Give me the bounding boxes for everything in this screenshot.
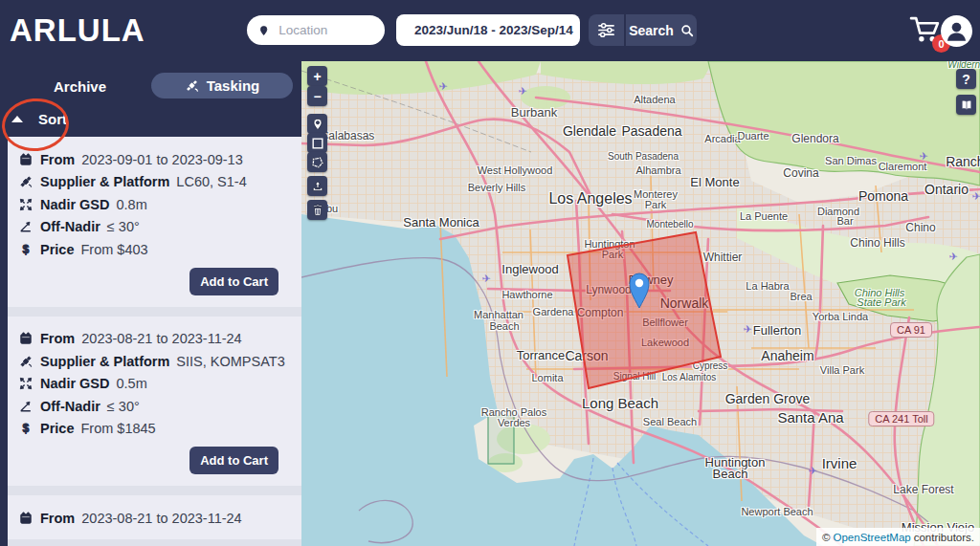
result-field-calendar: From2023-08-21 to 2023-11-24 [8, 507, 301, 530]
field-value: From $403 [80, 242, 147, 257]
field-label: Supplier & Platform [40, 174, 169, 189]
angle-icon [18, 399, 33, 414]
arlula-logo: ARLULA [10, 12, 145, 49]
angle-icon [18, 219, 33, 234]
field-label: Nadir GSD [40, 376, 110, 391]
result-fields: From2023-08-21 to 2023-11-24 [8, 507, 301, 530]
zoom-in-button[interactable]: + [307, 66, 327, 86]
result-field-angle: Off-Nadir≤ 30° [8, 395, 301, 418]
sliders-icon [597, 22, 615, 38]
draw-polygon-button[interactable] [307, 152, 327, 172]
satellite-icon [185, 78, 199, 93]
result-field-satellite: Supplier & PlatformLC60, S1-4 [8, 171, 301, 194]
filters-button[interactable] [589, 14, 624, 46]
result-field-dollar: PriceFrom $403 [8, 238, 301, 261]
result-fields: From2023-08-21 to 2023-11-24Supplier & P… [8, 328, 301, 441]
field-value: ≤ 30° [107, 219, 140, 234]
map-attribution: © OpenStreetMap contributors. [816, 528, 980, 546]
person-icon [944, 18, 969, 44]
attribution-text: contributors. [914, 532, 974, 543]
result-field-satellite: Supplier & PlatformSIIS, KOMPSAT3 [8, 350, 301, 373]
field-value: ≤ 30° [107, 399, 140, 414]
legend-button[interactable] [956, 95, 976, 115]
field-label: Supplier & Platform [40, 354, 169, 369]
add-to-cart-button[interactable]: Add to Cart [189, 268, 278, 295]
location-search-field[interactable] [247, 15, 385, 45]
result-card: From2023-08-21 to 2023-11-24 [8, 495, 301, 539]
field-value: 0.5m [117, 376, 147, 391]
location-input[interactable] [277, 22, 373, 38]
add-to-cart-button[interactable]: Add to Cart [189, 447, 278, 474]
draw-rectangle-button[interactable] [307, 133, 327, 153]
location-pin-icon [258, 24, 269, 37]
field-value: 0.8m [117, 197, 147, 212]
map-canvas[interactable]: CalabasasMalibuBurbankGlendalePasadenaAl… [301, 61, 980, 546]
result-field-calendar: From2023-08-21 to 2023-11-24 [8, 328, 301, 351]
field-label: From [40, 331, 75, 346]
result-field-angle: Off-Nadir≤ 30° [8, 216, 301, 239]
book-icon [960, 98, 973, 112]
calendar-icon [18, 152, 33, 167]
marker-icon [311, 118, 324, 131]
search-icon [680, 24, 694, 37]
result-field-calendar: From2023-09-01 to 2023-09-13 [8, 148, 301, 171]
tab-tasking-label: Tasking [207, 77, 260, 94]
sidebar-header: Archive Tasking Sort [0, 61, 301, 137]
gsd-icon [18, 197, 33, 212]
result-field-dollar: PriceFrom $1845 [8, 418, 301, 441]
help-button[interactable]: ? [956, 69, 976, 89]
card-actions: Add to Cart [8, 440, 301, 476]
field-label: Off-Nadir [40, 399, 100, 414]
field-value: SIIS, KOMPSAT3 [176, 354, 284, 369]
result-card: From2023-08-21 to 2023-11-24Supplier & P… [8, 317, 301, 487]
map-base-tiles [301, 61, 980, 546]
tab-archive[interactable]: Archive [34, 78, 125, 95]
dollar-icon [18, 421, 33, 436]
field-value: 2023-09-01 to 2023-09-13 [81, 152, 243, 167]
field-label: From [40, 152, 75, 167]
sort-label: Sort [38, 111, 67, 127]
card-actions: Add to Cart [8, 261, 301, 297]
result-field-gsd: Nadir GSD0.8m [8, 193, 301, 216]
top-navbar: ARLULA 2023/Jun/18 - 2023/Sep/14 Search … [0, 0, 980, 61]
rectangle-icon [311, 137, 324, 150]
field-value: LC60, S1-4 [176, 174, 246, 189]
satellite-icon [18, 354, 33, 369]
field-value: 2023-08-21 to 2023-11-24 [81, 511, 241, 526]
search-button[interactable]: Search [626, 14, 697, 46]
field-label: Price [40, 242, 74, 257]
draw-marker-button[interactable] [307, 114, 327, 134]
dollar-icon [18, 242, 33, 257]
trash-icon [311, 204, 324, 217]
gsd-icon [18, 376, 33, 391]
result-fields: From2023-09-01 to 2023-09-13Supplier & P… [8, 148, 301, 261]
zoom-out-button[interactable]: − [307, 86, 327, 106]
date-range-value: 2023/Jun/18 - 2023/Sep/14 [414, 23, 573, 37]
result-card: From2023-09-01 to 2023-09-13Supplier & P… [8, 137, 301, 307]
calendar-icon [18, 511, 33, 526]
field-label: Off-Nadir [40, 219, 100, 234]
field-label: From [40, 511, 75, 526]
profile-button[interactable] [941, 15, 972, 47]
calendar-icon [18, 331, 33, 346]
chevron-up-icon [11, 116, 23, 122]
results-list: From2023-09-01 to 2023-09-13Supplier & P… [8, 137, 301, 546]
results-panel: From2023-09-01 to 2023-09-13Supplier & P… [0, 137, 301, 546]
osm-link[interactable]: OpenStreetMap [834, 532, 911, 543]
sort-toggle[interactable]: Sort [11, 111, 67, 127]
result-field-gsd: Nadir GSD0.5m [8, 373, 301, 396]
field-value: From $1845 [80, 421, 155, 436]
upload-icon [311, 180, 324, 193]
delete-aoi-button[interactable] [307, 200, 327, 220]
date-range-picker[interactable]: 2023/Jun/18 - 2023/Sep/14 [396, 14, 580, 46]
polygon-icon [311, 156, 324, 169]
upload-aoi-button[interactable] [307, 176, 327, 196]
field-label: Nadir GSD [40, 197, 110, 212]
copyright-symbol: © [822, 532, 830, 543]
tab-tasking[interactable]: Tasking [151, 73, 293, 98]
field-value: 2023-08-21 to 2023-11-24 [81, 331, 241, 346]
search-group: Search [589, 14, 697, 46]
search-label: Search [629, 23, 674, 38]
field-label: Price [40, 421, 74, 436]
satellite-icon [18, 174, 33, 189]
